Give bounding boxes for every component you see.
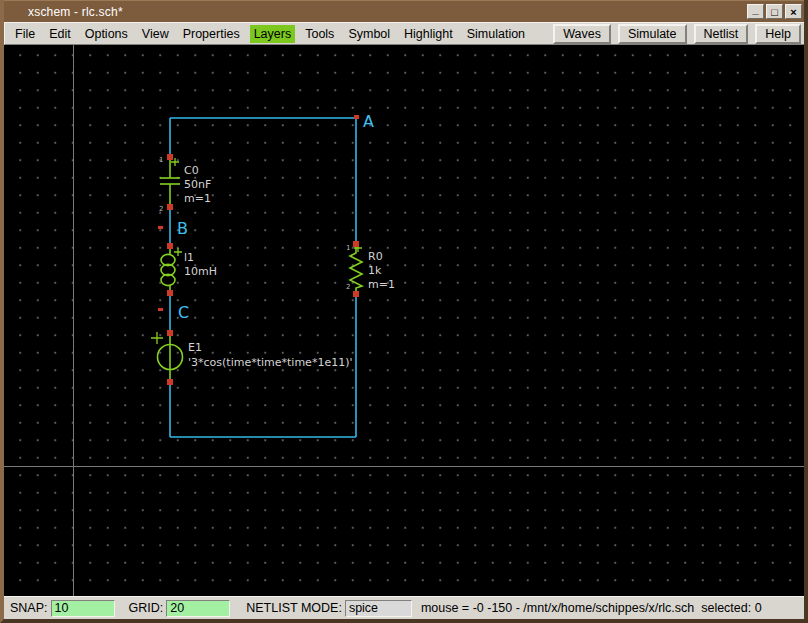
resistor-pin-2[interactable] [353, 291, 359, 297]
capacitor-pin2-number: 2 [159, 205, 163, 213]
capacitor-pin-2[interactable] [167, 204, 173, 210]
help-button[interactable]: Help [755, 24, 801, 44]
node-c-anchor [158, 308, 163, 311]
xschem-window: xschem - rlc.sch* _ □ × File Edit Option… [0, 0, 808, 623]
window-title: xschem - rlc.sch* [28, 5, 123, 19]
snap-label: SNAP: [10, 601, 48, 615]
source-value-label[interactable]: '3*cos(time*time*time*1e11)' [188, 356, 352, 369]
maximize-button[interactable]: □ [766, 4, 783, 19]
menu-item-tools[interactable]: Tools [301, 25, 338, 43]
capacitor-pin1-number: 1 [159, 156, 163, 164]
waves-button[interactable]: Waves [553, 24, 611, 44]
inductor-plus-mark [174, 248, 182, 256]
node-a-anchor [354, 115, 359, 119]
titlebar[interactable]: xschem - rlc.sch* _ □ × [4, 0, 804, 22]
simulate-button[interactable]: Simulate [618, 24, 687, 44]
capacitor-mult-label[interactable]: m=1 [184, 192, 211, 205]
menu-item-edit[interactable]: Edit [45, 25, 75, 43]
capacitor-pin-1[interactable] [167, 154, 173, 160]
minimize-icon: _ [752, 4, 758, 14]
resistor-pin2-number: 2 [346, 283, 350, 291]
netlist-button[interactable]: Netlist [694, 24, 749, 44]
resistor-r0[interactable]: 1 2 R0 1k m=1 [346, 241, 395, 297]
menu-item-layers[interactable]: Layers [250, 25, 296, 43]
statusbar: SNAP: GRID: NETLIST MODE: mouse = -0 -15… [4, 596, 804, 619]
maximize-icon: □ [771, 7, 778, 17]
node-label-c[interactable]: C [178, 303, 189, 322]
menubar: File Edit Options View Properties Layers… [4, 22, 804, 45]
source-plus-mark [151, 332, 163, 344]
minimize-button[interactable]: _ [747, 4, 764, 19]
menu-item-file[interactable]: File [11, 25, 39, 43]
menu-item-options[interactable]: Options [81, 25, 132, 43]
node-label-a[interactable]: A [363, 112, 374, 131]
netlist-mode-label: NETLIST MODE: [246, 601, 342, 615]
menu-item-properties[interactable]: Properties [179, 25, 244, 43]
inductor-pin-1[interactable] [167, 243, 173, 249]
menu-item-simulation[interactable]: Simulation [463, 25, 529, 43]
capacitor-c0[interactable]: 1 2 C0 50nF m=1 [159, 154, 211, 213]
node-labels: A B C [158, 112, 374, 322]
netlist-mode-input[interactable] [345, 600, 412, 617]
grid-input[interactable] [166, 600, 230, 617]
close-icon: × [790, 7, 796, 17]
mouse-status-text: mouse = -0 -150 - /mnt/x/home/schippes/x… [421, 601, 762, 615]
inductor-pin-2[interactable] [167, 290, 173, 296]
resistor-mult-label[interactable]: m=1 [368, 278, 395, 291]
inductor-l1[interactable]: l1 10mH [161, 243, 217, 296]
resistor-ref-label[interactable]: R0 [368, 250, 383, 263]
snap-input[interactable] [51, 600, 115, 617]
menu-item-symbol[interactable]: Symbol [344, 25, 394, 43]
schematic-drawing: 1 2 C0 50nF m=1 l1 10mH [4, 45, 804, 596]
inductor-value-label[interactable]: 10mH [184, 265, 217, 278]
schematic-canvas[interactable]: 1 2 C0 50nF m=1 l1 10mH [4, 45, 804, 596]
resistor-value-label[interactable]: 1k [368, 264, 382, 277]
source-pin-plus[interactable] [167, 330, 173, 336]
node-label-b[interactable]: B [177, 219, 188, 238]
menu-item-view[interactable]: View [138, 25, 173, 43]
grid-label: GRID: [129, 601, 164, 615]
inductor-ref-label[interactable]: l1 [184, 251, 194, 264]
resistor-pin1-number: 1 [346, 244, 350, 252]
source-ref-label[interactable]: E1 [188, 341, 202, 354]
resistor-zigzag [350, 244, 362, 294]
node-b-anchor [158, 226, 163, 229]
resistor-pin-1[interactable] [353, 241, 359, 247]
capacitor-ref-label[interactable]: C0 [184, 164, 199, 177]
window-controls: _ □ × [747, 4, 802, 19]
capacitor-value-label[interactable]: 50nF [184, 178, 211, 191]
voltage-source-e1[interactable]: E1 '3*cos(time*time*time*1e11)' [151, 330, 352, 385]
menu-item-highlight[interactable]: Highlight [400, 25, 457, 43]
source-pin-minus[interactable] [167, 379, 173, 385]
close-button[interactable]: × [785, 4, 802, 19]
